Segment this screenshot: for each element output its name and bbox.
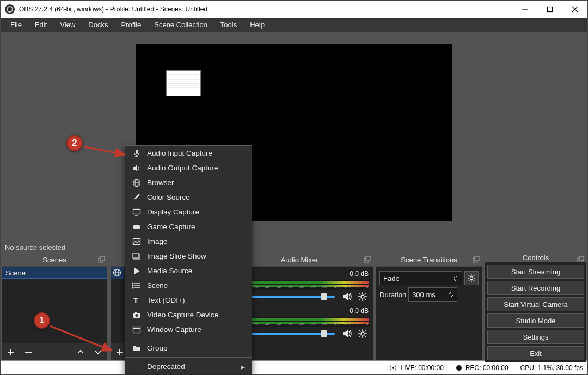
start-virtual-camera-button[interactable]: Start Virtual Camera xyxy=(487,297,584,311)
transition-select[interactable]: Fade xyxy=(379,271,462,285)
svg-rect-63 xyxy=(133,253,139,258)
controls-dock: Controls Start Streaming Start Recording… xyxy=(485,254,586,360)
move-scene-up-button[interactable] xyxy=(72,345,89,359)
ctx-audio-output-capture[interactable]: Audio Output Capture xyxy=(125,161,252,175)
transitions-body: Fade Duration 300 ms xyxy=(376,267,482,360)
svg-point-74 xyxy=(136,314,138,317)
chevron-updown-icon xyxy=(452,273,460,284)
close-button[interactable] xyxy=(562,1,587,18)
text-icon: T xyxy=(132,296,142,305)
minimize-button[interactable] xyxy=(512,1,537,18)
menu-file[interactable]: File xyxy=(5,20,27,30)
transitions-title: Scene Transitions xyxy=(401,256,457,264)
exit-button[interactable]: Exit xyxy=(487,346,584,360)
duration-input[interactable]: 300 ms xyxy=(408,287,457,302)
svg-point-80 xyxy=(456,365,462,371)
speaker-icon[interactable] xyxy=(341,291,353,303)
move-scene-down-button[interactable] xyxy=(90,345,106,359)
menu-profile[interactable]: Profile xyxy=(115,20,146,30)
popout-icon[interactable] xyxy=(363,256,371,263)
svg-point-79 xyxy=(392,367,394,369)
settings-button[interactable]: Settings xyxy=(487,330,584,344)
ctx-group[interactable]: Group xyxy=(125,341,252,355)
menu-docks[interactable]: Docks xyxy=(83,20,113,30)
svg-rect-5 xyxy=(100,256,105,261)
ctx-deprecated[interactable]: Deprecated ▸ xyxy=(125,359,252,374)
svg-marker-64 xyxy=(134,268,140,274)
menu-edit[interactable]: Edit xyxy=(29,20,52,30)
transitions-dock: Scene Transitions Fade xyxy=(376,254,482,360)
svg-line-47 xyxy=(469,280,470,281)
scenes-list[interactable]: Scene xyxy=(2,267,107,343)
svg-line-45 xyxy=(469,275,470,276)
docks-row: Scenes Scene xyxy=(1,254,587,360)
ctx-audio-input-capture[interactable]: Audio Input Capture xyxy=(125,146,252,161)
menu-help[interactable]: Help xyxy=(244,20,270,30)
image-icon xyxy=(132,237,142,247)
preview-source-thumbnail[interactable] xyxy=(166,70,201,96)
maximize-button[interactable] xyxy=(537,1,562,18)
popout-icon[interactable] xyxy=(97,256,105,263)
studio-mode-button[interactable]: Studio Mode xyxy=(487,313,584,328)
svg-point-40 xyxy=(470,276,473,279)
menu-scene-collection[interactable]: Scene Collection xyxy=(149,20,213,30)
add-scene-button[interactable] xyxy=(3,345,19,359)
live-status: LIVE: 00:00:00 xyxy=(389,364,443,372)
ctx-color-source[interactable]: Color Source xyxy=(125,190,252,205)
transition-settings-button[interactable] xyxy=(464,271,479,285)
ctx-video-capture-device[interactable]: Video Capture Device xyxy=(125,308,252,322)
svg-rect-60 xyxy=(133,225,140,229)
popout-icon[interactable] xyxy=(472,256,480,263)
menu-tools[interactable]: Tools xyxy=(215,20,242,30)
gear-icon[interactable] xyxy=(357,328,369,340)
record-icon xyxy=(456,365,462,371)
ctx-display-capture[interactable]: Display Capture xyxy=(125,205,252,219)
svg-rect-39 xyxy=(475,256,479,261)
folder-icon xyxy=(132,343,142,353)
ctx-label: Image xyxy=(147,237,168,245)
ctx-image-slide-show[interactable]: Image Slide Show xyxy=(125,249,252,263)
remove-scene-button[interactable] xyxy=(20,345,36,359)
ctx-window-capture[interactable]: Window Capture xyxy=(125,322,252,337)
controls-body: Start Streaming Start Recording Start Vi… xyxy=(485,262,586,362)
scenes-dock: Scenes Scene xyxy=(2,254,107,360)
scene-item-label: Scene xyxy=(5,269,26,277)
ctx-browser[interactable]: Browser xyxy=(125,175,252,190)
rec-text: REC: 00:00:00 xyxy=(465,364,509,372)
ctx-scene[interactable]: Scene xyxy=(125,278,252,293)
speaker-icon xyxy=(132,163,142,173)
window-icon xyxy=(132,325,142,335)
callout-badge-2: 2 xyxy=(66,135,83,151)
scenes-toolbar xyxy=(2,343,107,360)
start-streaming-button[interactable]: Start Streaming xyxy=(487,265,584,279)
callout-badge-1: 1 xyxy=(34,312,50,329)
source-item[interactable] xyxy=(111,267,124,279)
ctx-game-capture[interactable]: Game Capture xyxy=(125,219,252,234)
ctx-label: Game Capture xyxy=(147,223,195,231)
speaker-icon[interactable] xyxy=(341,328,353,340)
camera-icon xyxy=(132,310,142,320)
gear-icon[interactable] xyxy=(357,291,369,303)
start-recording-button[interactable]: Start Recording xyxy=(487,281,584,295)
svg-rect-75 xyxy=(133,327,140,333)
blank-icon xyxy=(132,362,142,372)
svg-point-19 xyxy=(361,295,364,298)
ctx-label: Browser xyxy=(147,179,174,187)
ctx-image[interactable]: Image xyxy=(125,234,252,249)
svg-line-36 xyxy=(359,336,360,337)
ctx-text-gdi[interactable]: T Text (GDI+) xyxy=(125,293,252,308)
ctx-label: Text (GDI+) xyxy=(147,296,185,304)
ctx-label: Audio Input Capture xyxy=(147,149,212,157)
menu-view[interactable]: View xyxy=(54,20,81,30)
app-icon xyxy=(5,4,15,14)
ctx-media-source[interactable]: Media Source xyxy=(125,263,252,278)
ctx-label: Video Capture Device xyxy=(147,311,218,319)
transition-value: Fade xyxy=(383,274,400,282)
globe-icon xyxy=(132,178,142,188)
preview-area[interactable] xyxy=(1,32,587,241)
ctx-label: Group xyxy=(147,344,168,352)
ctx-label: Image Slide Show xyxy=(147,252,206,260)
live-text: LIVE: 00:00:00 xyxy=(400,364,443,372)
scene-item[interactable]: Scene xyxy=(2,267,107,279)
main-area: No source selected Scenes Scene xyxy=(1,32,587,360)
